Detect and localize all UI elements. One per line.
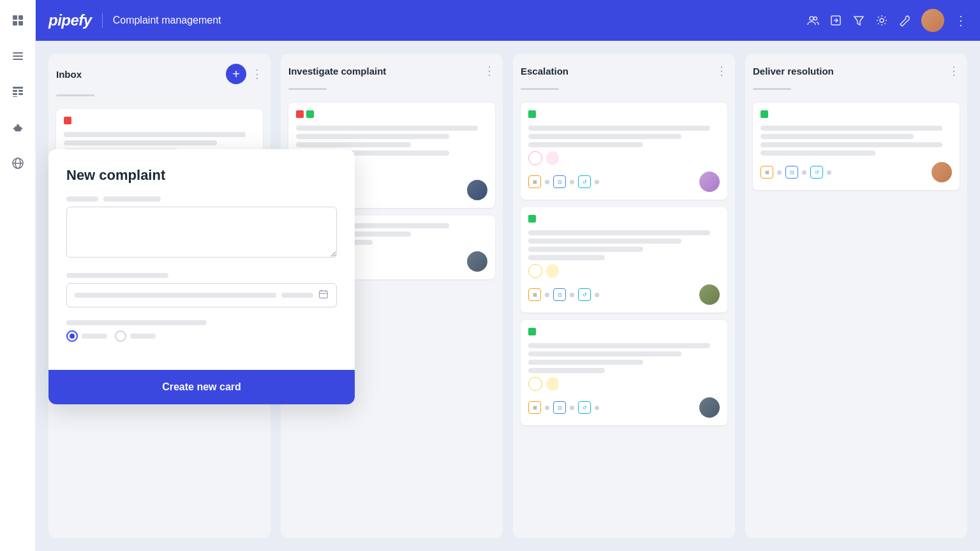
column-header-investigate: Investigate complaint ⋮	[288, 64, 495, 78]
card-escalation-1[interactable]: ⊞ ⊡ ↺	[521, 103, 727, 200]
settings-icon[interactable]	[875, 14, 888, 27]
svg-point-16	[18, 128, 19, 129]
card-footer: ⊞ ⊡ ↺	[528, 284, 720, 305]
card-dot	[595, 293, 599, 297]
sidebar-item-grid[interactable]	[8, 10, 28, 31]
card-line	[761, 142, 942, 147]
card-badges	[528, 377, 720, 391]
date-field[interactable]	[66, 283, 337, 307]
form-label-skel	[66, 196, 98, 202]
header-right: ⋮	[806, 9, 967, 32]
card-icon-yellow: ⊞	[528, 401, 541, 414]
column-title-deliver: Deliver resolution	[753, 66, 834, 77]
card-dot	[595, 406, 599, 410]
new-complaint-modal: New complaint	[48, 149, 355, 404]
svg-rect-8	[13, 90, 17, 92]
header-more-menu[interactable]: ⋮	[954, 13, 967, 28]
card-dot	[777, 170, 782, 175]
form-label-skel	[66, 320, 207, 325]
column-more-deliver[interactable]: ⋮	[948, 64, 960, 78]
card-dot	[595, 180, 599, 184]
svg-rect-12	[13, 96, 17, 97]
modal-footer: Create new card	[48, 370, 355, 404]
column-title-escalation: Escalation	[521, 66, 568, 77]
date-skel-2	[281, 293, 313, 298]
card-icons: ⊞ ⊡ ↺	[528, 175, 599, 188]
sidebar-item-globe[interactable]	[8, 153, 28, 173]
card-dot	[545, 293, 549, 297]
card-avatar	[467, 251, 487, 272]
form-label-row-1	[66, 196, 337, 202]
form-label-row-2	[66, 273, 337, 278]
wrench-icon[interactable]	[898, 14, 911, 27]
card-icon-yellow: ⊞	[528, 288, 541, 301]
column-more-escalation[interactable]: ⋮	[716, 64, 727, 78]
card-footer: ⊞ ⊡ ↺	[528, 397, 720, 418]
card-avatar	[932, 162, 952, 182]
svg-rect-1	[19, 15, 23, 20]
user-avatar[interactable]	[921, 9, 944, 32]
card-icon-cyan: ↺	[578, 401, 591, 414]
card-tag-red	[64, 117, 71, 124]
svg-point-15	[15, 128, 17, 129]
radio-outer-2	[115, 330, 126, 342]
column-underline-inbox	[56, 94, 94, 96]
column-escalation: Escalation ⋮ ⊞	[513, 54, 735, 538]
svg-rect-13	[15, 126, 21, 131]
header-left: pipefy Complaint management	[48, 11, 221, 29]
card-deliver-1[interactable]: ⊞ ⊡ ↺	[753, 103, 960, 190]
date-skel	[75, 293, 276, 298]
column-more-inbox[interactable]: ⋮	[251, 67, 263, 81]
column-underline-deliver	[753, 88, 791, 90]
card-dot	[545, 406, 549, 410]
card-icon-cyan: ↺	[810, 166, 823, 179]
sidebar-item-table[interactable]	[8, 82, 28, 102]
card-line	[528, 247, 643, 252]
filter-icon[interactable]	[852, 14, 865, 27]
import-icon[interactable]	[829, 14, 842, 27]
card-line	[296, 142, 411, 147]
card-icon-cyan: ↺	[578, 288, 591, 301]
card-tag-green	[528, 215, 536, 223]
radio-option-1[interactable]	[66, 330, 107, 342]
svg-point-22	[810, 17, 813, 20]
svg-rect-4	[13, 52, 23, 54]
card-icons: ⊞ ⊡ ↺	[528, 401, 599, 414]
badge-pink-outline	[528, 151, 542, 165]
form-label-row-3	[66, 320, 337, 325]
svg-rect-10	[13, 93, 17, 95]
card-dot	[570, 406, 574, 410]
page-title: Complaint management	[113, 15, 221, 26]
svg-rect-3	[19, 21, 23, 26]
card-tag-red	[296, 110, 304, 118]
card-icon-yellow: ⊞	[761, 166, 773, 179]
svg-rect-11	[19, 93, 23, 95]
radio-inner-1	[70, 334, 75, 339]
card-line	[528, 255, 605, 260]
card-dot	[802, 170, 806, 175]
card-escalation-2[interactable]: ⊞ ⊡ ↺	[521, 207, 727, 312]
card-tag-green	[528, 110, 536, 118]
sidebar-item-bot[interactable]	[8, 117, 28, 138]
card-escalation-3[interactable]: ⊞ ⊡ ↺	[521, 320, 727, 425]
card-badges	[528, 151, 720, 165]
column-header-escalation: Escalation ⋮	[521, 64, 727, 78]
svg-rect-17	[13, 128, 15, 129]
column-more-investigate[interactable]: ⋮	[484, 64, 495, 78]
create-new-card-button[interactable]: Create new card	[66, 381, 337, 393]
description-textarea[interactable]	[66, 207, 337, 258]
add-card-button-inbox[interactable]: +	[226, 64, 246, 84]
svg-rect-18	[21, 128, 22, 129]
sidebar-item-list[interactable]	[8, 46, 28, 66]
column-underline-investigate	[288, 88, 327, 90]
card-line	[528, 368, 605, 373]
sidebar	[0, 0, 36, 551]
card-footer: ⊞ ⊡ ↺	[761, 162, 952, 182]
radio-option-2[interactable]	[115, 330, 156, 342]
card-line	[528, 343, 710, 348]
users-icon[interactable]	[806, 14, 819, 27]
card-icon-blue: ⊡	[553, 401, 566, 414]
card-tag-green	[528, 328, 536, 335]
calendar-icon[interactable]	[318, 289, 329, 302]
card-icon-blue: ⊡	[553, 288, 566, 301]
